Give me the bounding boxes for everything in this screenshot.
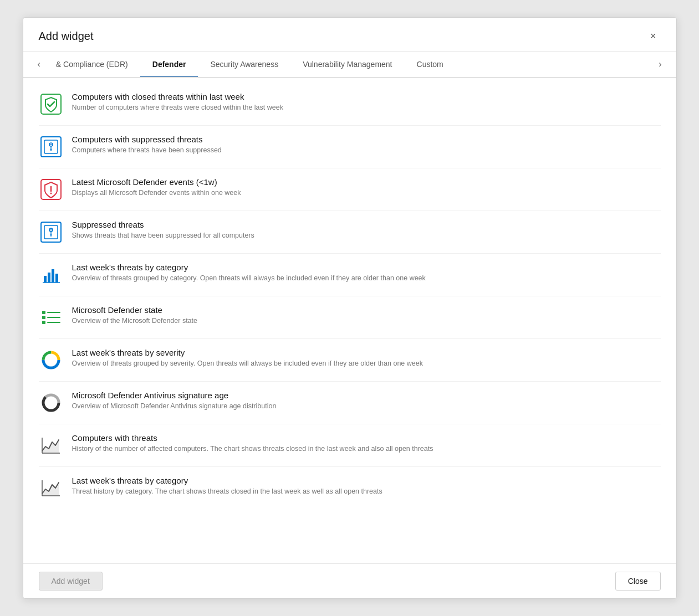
- svg-rect-23: [42, 321, 45, 324]
- tabs-container: ‹ & Compliance (EDR) Defender Security A…: [23, 52, 676, 78]
- widget-desc: Shows threats that have been suppressed …: [72, 231, 661, 241]
- list-green-icon: [39, 305, 63, 330]
- widget-item-threats-by-category[interactable]: Last week's threats by category Overview…: [39, 254, 661, 296]
- widget-name: Suppressed threats: [72, 220, 661, 229]
- widget-desc: Computers where threats have been suppre…: [72, 146, 661, 156]
- svg-rect-21: [42, 311, 45, 314]
- svg-point-15: [50, 234, 52, 236]
- widget-text-threats-by-category: Last week's threats by category Overview…: [72, 263, 661, 284]
- svg-rect-16: [44, 276, 47, 283]
- tab-vulnerability[interactable]: Vulnerability Management: [290, 52, 404, 77]
- widget-desc: Number of computers where threats were c…: [72, 103, 661, 113]
- close-button[interactable]: Close: [615, 572, 661, 591]
- widget-name: Last week's threats by severity: [72, 348, 661, 357]
- svg-rect-17: [48, 273, 50, 283]
- widget-name: Computers with threats: [72, 433, 661, 443]
- svg-rect-18: [52, 269, 54, 283]
- widget-item-threats-by-severity[interactable]: Last week's threats by severity Overview…: [39, 339, 661, 382]
- widget-name: Computers with closed threats within las…: [72, 92, 661, 101]
- widget-text-defender-events: Latest Microsoft Defender events (<1w) D…: [72, 177, 661, 198]
- svg-point-4: [50, 144, 51, 145]
- widget-desc: Overview of threats grouped by category.…: [72, 274, 661, 284]
- widget-desc: Overview of the Microsoft Defender state: [72, 316, 661, 326]
- list-blue-icon: [39, 135, 63, 159]
- widget-name: Computers with suppressed threats: [72, 135, 661, 144]
- widget-text-last-week-category: Last week's threats by category Threat h…: [72, 476, 661, 497]
- tabs-list: & Compliance (EDR) Defender Security Awa…: [44, 52, 655, 77]
- widget-item-defender-state[interactable]: Microsoft Defender state Overview of the…: [39, 296, 661, 339]
- widget-item-suppressed-computers[interactable]: Computers with suppressed threats Comput…: [39, 126, 661, 168]
- widget-name: Microsoft Defender Antivirus signature a…: [72, 391, 661, 400]
- svg-rect-22: [42, 316, 45, 319]
- svg-rect-19: [55, 274, 58, 283]
- widget-name: Last week's threats by category: [72, 476, 661, 485]
- widget-desc: History of the number of affected comput…: [72, 444, 661, 454]
- widget-text-computers-with-threats: Computers with threats History of the nu…: [72, 433, 661, 454]
- line-chart-icon: [39, 433, 63, 458]
- widget-item-signature-age[interactable]: Microsoft Defender Antivirus signature a…: [39, 382, 661, 424]
- widget-name: Latest Microsoft Defender events (<1w): [72, 177, 661, 187]
- add-widget-dialog: Add widget × ‹ & Compliance (EDR) Defend…: [23, 17, 677, 599]
- svg-point-9: [50, 193, 52, 194]
- widget-desc: Threat history by category. The chart sh…: [72, 487, 661, 497]
- widget-item-last-week-category[interactable]: Last week's threats by category Threat h…: [39, 467, 661, 509]
- svg-point-30: [47, 356, 55, 365]
- line-chart2-icon: [39, 476, 63, 500]
- bar-chart-icon: [39, 263, 63, 287]
- tab-defender[interactable]: Defender: [140, 52, 198, 77]
- svg-point-13: [50, 229, 51, 230]
- list-blue2-icon: [39, 220, 63, 244]
- widget-desc: Overview of Microsoft Defender Antivirus…: [72, 402, 661, 412]
- widget-list: Computers with closed threats within las…: [23, 78, 676, 563]
- widget-text-threats-by-severity: Last week's threats by severity Overview…: [72, 348, 661, 369]
- dialog-title: Add widget: [39, 30, 94, 43]
- widget-text-signature-age: Microsoft Defender Antivirus signature a…: [72, 391, 661, 412]
- widget-text-suppressed-computers: Computers with suppressed threats Comput…: [72, 135, 661, 156]
- content-area: Computers with closed threats within las…: [23, 78, 676, 563]
- dialog-close-button[interactable]: ×: [646, 29, 661, 43]
- widget-desc: Overview of threats grouped by severity.…: [72, 359, 661, 369]
- dialog-header: Add widget ×: [23, 18, 676, 52]
- tab-security-awareness[interactable]: Security Awareness: [198, 52, 290, 77]
- widget-item-suppressed-threats[interactable]: Suppressed threats Shows threats that ha…: [39, 211, 661, 254]
- shield-green-icon: [39, 92, 63, 116]
- donut-dark-icon: [39, 391, 63, 415]
- tab-next-button[interactable]: ›: [655, 52, 665, 76]
- widget-text-closed-threats: Computers with closed threats within las…: [72, 92, 661, 113]
- tab-custom[interactable]: Custom: [405, 52, 456, 77]
- tab-prev-button[interactable]: ‹: [34, 52, 44, 76]
- widget-item-defender-events[interactable]: Latest Microsoft Defender events (<1w) D…: [39, 168, 661, 211]
- tab-edr[interactable]: & Compliance (EDR): [44, 52, 140, 77]
- shield-red-icon: [39, 177, 63, 202]
- widget-item-computers-with-threats[interactable]: Computers with threats History of the nu…: [39, 424, 661, 467]
- donut-blue-icon: [39, 348, 63, 372]
- widget-text-defender-state: Microsoft Defender state Overview of the…: [72, 305, 661, 326]
- widget-desc: Displays all Microsoft Defender events w…: [72, 188, 661, 198]
- add-widget-button[interactable]: Add widget: [39, 572, 103, 591]
- svg-point-6: [50, 149, 52, 151]
- widget-name: Microsoft Defender state: [72, 305, 661, 315]
- svg-point-33: [47, 398, 55, 407]
- dialog-footer: Add widget Close: [23, 563, 676, 598]
- widget-item-closed-threats[interactable]: Computers with closed threats within las…: [39, 83, 661, 126]
- widget-text-suppressed-threats: Suppressed threats Shows threats that ha…: [72, 220, 661, 241]
- widget-name: Last week's threats by category: [72, 263, 661, 272]
